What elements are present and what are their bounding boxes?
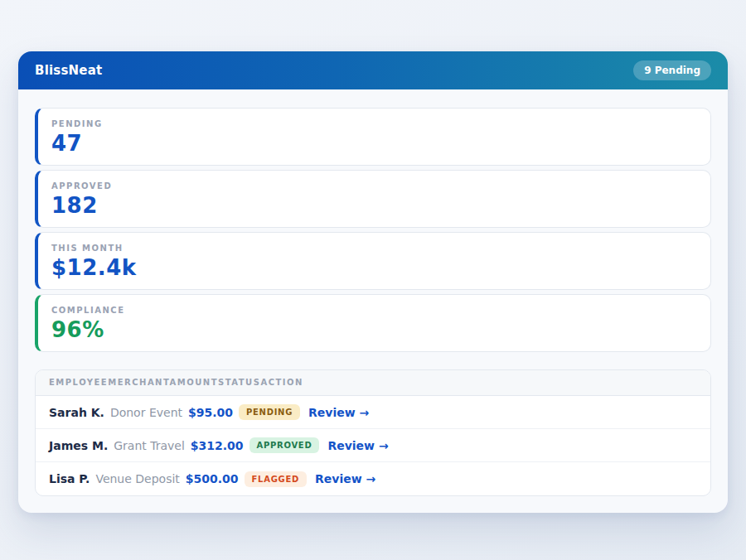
stat-value: 47 bbox=[51, 132, 697, 156]
merchant-name: Donor Event bbox=[110, 406, 182, 419]
status-badge: PENDING bbox=[239, 404, 300, 420]
review-link[interactable]: Review → bbox=[327, 439, 388, 452]
review-link[interactable]: Review → bbox=[315, 472, 375, 485]
merchant-name: Venue Deposit bbox=[95, 472, 179, 485]
stat-label: THIS MONTH bbox=[51, 244, 697, 253]
table-row: Sarah K. Donor Event $95.00 PENDING Revi… bbox=[36, 396, 710, 429]
review-link[interactable]: Review → bbox=[308, 406, 369, 419]
employee-name: Sarah K. bbox=[49, 406, 104, 419]
expense-amount: $312.00 bbox=[191, 439, 244, 452]
stat-value: 182 bbox=[51, 194, 697, 218]
table-row: Lisa P. Venue Deposit $500.00 FLAGGED Re… bbox=[36, 462, 710, 495]
stat-value: 96% bbox=[51, 318, 697, 342]
expenses-table: EMPLOYEEMERCHANTAMOUNTSTATUSACTION Sarah… bbox=[35, 369, 711, 496]
app-header: BlissNeat 9 Pending bbox=[18, 51, 728, 89]
table-row: James M. Grant Travel $312.00 APPROVED R… bbox=[36, 429, 710, 462]
status-badge: FLAGGED bbox=[245, 471, 307, 487]
stat-value: $12.4k bbox=[51, 256, 697, 280]
app-title: BlissNeat bbox=[35, 63, 102, 78]
stat-label: PENDING bbox=[51, 119, 697, 128]
stat-card-compliance: COMPLIANCE 96% bbox=[35, 294, 711, 352]
dashboard-body: PENDING 47 APPROVED 182 THIS MONTH $12.4… bbox=[18, 89, 728, 513]
expense-amount: $500.00 bbox=[186, 472, 239, 485]
expense-dashboard-card: BlissNeat 9 Pending PENDING 47 APPROVED … bbox=[18, 51, 728, 513]
column-header-action: ACTION bbox=[260, 378, 303, 387]
pending-count-badge: 9 Pending bbox=[633, 60, 711, 80]
stat-card-this-month: THIS MONTH $12.4k bbox=[35, 232, 711, 290]
stat-card-approved: APPROVED 182 bbox=[35, 170, 711, 228]
stat-label: COMPLIANCE bbox=[51, 306, 697, 315]
expense-amount: $95.00 bbox=[188, 406, 233, 419]
employee-name: Lisa P. bbox=[49, 472, 90, 485]
column-header-employee: EMPLOYEE bbox=[49, 378, 108, 387]
column-header-status: STATUS bbox=[218, 378, 260, 387]
stat-label: APPROVED bbox=[51, 181, 697, 191]
stat-card-pending: PENDING 47 bbox=[35, 108, 711, 166]
table-header-row: EMPLOYEEMERCHANTAMOUNTSTATUSACTION bbox=[36, 370, 710, 396]
merchant-name: Grant Travel bbox=[114, 439, 185, 452]
column-header-amount: AMOUNT bbox=[170, 378, 219, 387]
column-header-merchant: MERCHANT bbox=[108, 378, 169, 387]
status-badge: APPROVED bbox=[249, 437, 320, 453]
employee-name: James M. bbox=[49, 439, 108, 452]
